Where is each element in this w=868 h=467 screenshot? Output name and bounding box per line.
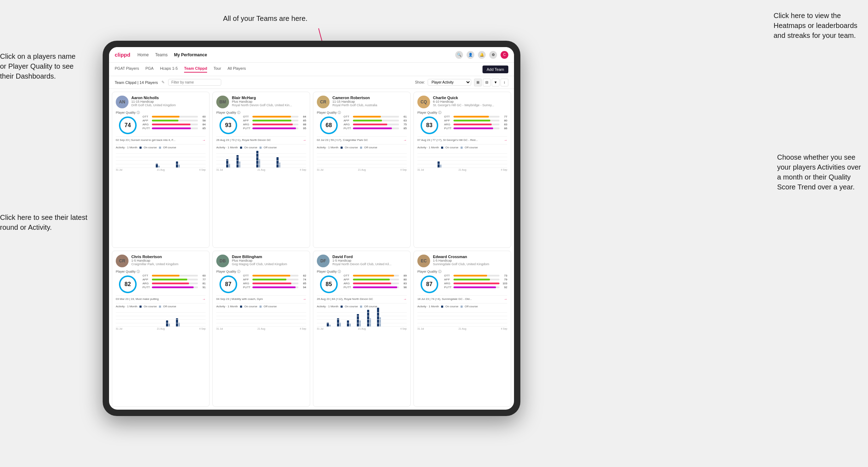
bell-icon[interactable]: 🔔 <box>478 51 486 59</box>
player-card[interactable]: ECEdward Crossman1-5 HandicapSunningdale… <box>413 251 511 407</box>
grid4-icon[interactable]: ⊞ <box>474 79 482 86</box>
search-input[interactable] <box>168 79 221 86</box>
activity-section: Activity · 1 MonthOn courseOff course31 … <box>417 144 507 171</box>
quality-bars: OTT60APP77ARG81PUTT91 <box>143 274 206 289</box>
chart-area <box>417 150 507 168</box>
player-card[interactable]: CRChris Robertson1-5 HandicapCraigmillar… <box>112 251 210 407</box>
legend-off-label: Off course <box>264 146 277 149</box>
player-name[interactable]: Cameron Robertson <box>332 96 407 100</box>
player-name[interactable]: Aaron Nicholls <box>131 96 206 100</box>
chart-area <box>317 309 407 327</box>
tab-pga[interactable]: PGA <box>145 66 154 73</box>
chart-x-label: 31 Jul <box>216 328 223 330</box>
filter-icon[interactable]: ▼ <box>492 79 499 86</box>
legend-on-label: On course <box>244 146 257 149</box>
chart-x-label: 4 Sep <box>501 169 507 171</box>
avatar: DF <box>317 255 330 267</box>
player-name[interactable]: Blair McHarg <box>232 96 306 100</box>
player-club: Royal Perth Golf Club, Australia <box>332 103 407 107</box>
player-name[interactable]: Dave Billingham <box>232 255 306 259</box>
player-card[interactable]: DFDavid Ford1-5 HandicapRoyal North Devo… <box>313 251 411 407</box>
activity-section: Activity · 1 MonthOn courseOff course31 … <box>116 303 206 330</box>
player-card[interactable]: CQCharlie Quick6-10 HandicapSt. George's… <box>413 92 511 248</box>
ipad-screen: clippd Home Teams My Performance 🔍 👤 🔔 ⚙… <box>109 47 514 410</box>
player-card[interactable]: BMBlair McHargPlus HandicapRoyal North D… <box>212 92 310 248</box>
quality-label: Player Quality ⓘ <box>116 269 140 274</box>
grid3-icon[interactable]: ⊟ <box>483 79 491 86</box>
chart-x-label: 4 Sep <box>400 328 407 330</box>
latest-round[interactable]: 26 Aug 23 | 84 (+12), Royal North Devon … <box>317 295 407 301</box>
card-header: CRCameron Robertson11-15 HandicapRoyal P… <box>317 96 407 108</box>
tab-all-players[interactable]: All Players <box>228 66 246 73</box>
quality-score[interactable]: 83 <box>421 116 438 134</box>
quality-label: Player Quality ⓘ <box>216 269 240 274</box>
latest-round[interactable]: 04 Sep 23 | Mobility with coach, Gym→ <box>216 295 306 301</box>
bar-arg: ARG84 <box>143 123 206 126</box>
latest-round[interactable]: 03 Mar 23 | 19, Must make putting→ <box>116 295 206 301</box>
round-arrow: → <box>504 138 507 142</box>
player-info: Charlie Quick6-10 HandicapSt. George's H… <box>433 96 507 107</box>
tab-tour[interactable]: Tour <box>213 66 221 73</box>
latest-round[interactable]: 26 Aug 23 | 73 (+1), Royal North Devon G… <box>216 136 306 142</box>
player-info: Blair McHargPlus HandicapRoyal North Dev… <box>232 96 306 107</box>
legend-off-label: Off course <box>163 305 176 308</box>
tab-pgat[interactable]: PGAT Players <box>115 66 139 73</box>
nav-links: Home Teams My Performance <box>137 52 455 57</box>
user-icon[interactable]: 👤 <box>467 51 474 59</box>
legend-on-dot <box>341 147 343 149</box>
player-name[interactable]: Edward Crossman <box>433 255 507 259</box>
player-handicap: Plus Handicap <box>232 259 306 262</box>
quality-score[interactable]: 93 <box>219 116 237 134</box>
player-card[interactable]: CRCameron Robertson11-15 HandicapRoyal P… <box>313 92 411 248</box>
chart-labels: 31 Jul21 Aug4 Sep <box>317 169 407 171</box>
quality-score[interactable]: 87 <box>219 275 237 293</box>
tab-team-clippd[interactable]: Team Clippd <box>184 66 207 73</box>
chart-area <box>216 309 306 327</box>
chart-x-label: 31 Jul <box>216 169 223 171</box>
player-handicap: 1-5 Handicap <box>131 259 206 262</box>
avatar: AN <box>116 96 129 108</box>
player-name[interactable]: David Ford <box>332 255 407 259</box>
settings-icon[interactable]: ⚙ <box>489 51 497 59</box>
player-name[interactable]: Charlie Quick <box>433 96 507 100</box>
nav-teams[interactable]: Teams <box>155 52 167 57</box>
bar-putt: PUTT96 <box>344 286 407 289</box>
tab-hcaps[interactable]: Hcaps 1-5 <box>160 66 178 73</box>
player-name[interactable]: Chris Robertson <box>131 255 206 259</box>
player-card[interactable]: DBDave BillinghamPlus HandicapGog Magog … <box>212 251 310 407</box>
chart-x-label: 31 Jul <box>116 169 122 171</box>
latest-round[interactable]: 07 Aug 23 | 77 (+7), St George's Hill GC… <box>417 136 507 142</box>
round-text: 26 Aug 23 | 84 (+12), Royal North Devon … <box>317 297 373 301</box>
latest-round[interactable]: 02 Jul 23 | 59 (+17), Craigmillar Park G… <box>317 136 407 142</box>
quality-score[interactable]: 82 <box>119 275 137 293</box>
bar-ott: OTT82 <box>243 274 306 277</box>
nav-performance[interactable]: My Performance <box>174 52 207 57</box>
edit-icon[interactable]: ✎ <box>161 80 165 85</box>
legend-on-dot <box>441 147 443 149</box>
latest-round[interactable]: 18 Jul 23 | 74 (+4), Sunningdale GC - Ol… <box>417 295 507 301</box>
quality-score[interactable]: 68 <box>320 116 338 134</box>
quality-score[interactable]: 74 <box>119 116 137 134</box>
quality-score[interactable]: 87 <box>421 275 438 293</box>
chart-x-label: 21 Aug <box>257 169 265 171</box>
nav-home[interactable]: Home <box>137 52 149 57</box>
search-icon[interactable]: 🔍 <box>455 51 463 59</box>
activity-section: Activity · 1 MonthOn courseOff course31 … <box>317 303 407 330</box>
quality-score[interactable]: 85 <box>320 275 338 293</box>
activity-header: Activity · 1 MonthOn courseOff course <box>216 305 306 308</box>
activity-label: Activity · 1 Month <box>216 146 238 149</box>
sort-icon[interactable]: ↕ <box>501 79 508 86</box>
player-card[interactable]: ANAaron Nicholls11-15 HandicapDrift Golf… <box>112 92 210 248</box>
on-course-bar <box>347 320 349 327</box>
chart-area <box>216 150 306 168</box>
activity-section: Activity · 1 MonthOn courseOff course31 … <box>216 303 306 330</box>
round-arrow: → <box>303 297 306 301</box>
chart-x-label: 31 Jul <box>116 328 122 330</box>
player-club: Sunningdale Golf Club, United Kingdom <box>433 262 507 266</box>
latest-round[interactable]: 02 Sep 23 | Sunset round to get back int… <box>116 136 206 142</box>
add-team-button[interactable]: Add Team <box>482 66 508 73</box>
quality-bars: OTT84APP85ARG88PUTT95 <box>243 115 306 130</box>
bar-arg: ARG88 <box>243 123 306 126</box>
show-select[interactable]: Player Activity Quality Score Trend <box>428 79 471 86</box>
avatar-icon[interactable]: C <box>501 51 508 59</box>
